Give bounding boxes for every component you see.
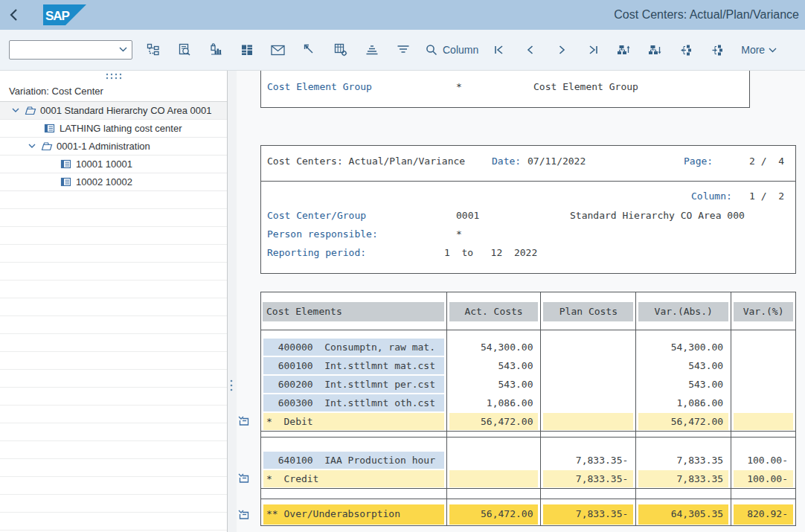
search-icon <box>426 44 437 56</box>
amount-cell: 64,305.35 <box>638 504 728 525</box>
field-label: Cost Element Group <box>267 81 372 92</box>
lock-chart-button[interactable] <box>205 39 226 61</box>
hierarchy-up-button[interactable] <box>613 39 635 61</box>
cost-element-row[interactable]: 600200 Int.sttlmnt per.cst543.00543.00 <box>261 375 795 394</box>
amount-cell: 7,833.35 <box>638 470 728 487</box>
field-value: * <box>456 81 462 92</box>
cost-element-row[interactable]: 600300 Int.sttlmnt oth.cst1,086.001,086.… <box>261 394 795 412</box>
more-button[interactable]: More <box>741 44 777 56</box>
amount-cell <box>734 394 793 411</box>
mail-button[interactable] <box>267 39 289 61</box>
display-list-search-button[interactable] <box>173 39 195 61</box>
total-row[interactable]: * Debit56,472.0056,472.00 <box>261 412 795 431</box>
filter-button[interactable] <box>392 39 414 61</box>
sort-ascending-icon <box>365 45 379 55</box>
column-header[interactable]: Var.(Abs.) <box>638 302 728 321</box>
column-header[interactable]: Cost Elements <box>263 302 444 321</box>
amount-cell <box>543 376 633 393</box>
amount-cell: 56,472.00 <box>638 413 728 430</box>
next-column-button[interactable] <box>707 39 728 61</box>
previous-page-button[interactable] <box>519 39 541 61</box>
chevron-down-icon[interactable] <box>10 106 21 116</box>
tree-item-label: 10002 10002 <box>76 176 132 188</box>
cost-element-row[interactable]: 640100 IAA Production hour7,833.35-7,833… <box>261 451 795 469</box>
display-list-search-icon <box>178 43 191 57</box>
cost-element-label: 400000 Consumptn, raw mat. <box>263 339 444 356</box>
amount-cell: 543.00 <box>449 357 539 374</box>
sort-ascending-button[interactable] <box>361 39 382 61</box>
empty-tree-row <box>0 495 227 513</box>
empty-tree-row <box>0 263 227 281</box>
last-page-button[interactable] <box>582 39 603 61</box>
hierarchy-node-icon <box>40 141 53 152</box>
panel-splitter[interactable] <box>228 71 237 532</box>
cost-element-row[interactable]: 600100 Int.sttlmnt mat.cst543.00543.00 <box>261 356 795 375</box>
tree-item-label: LATHING lathing cost center <box>60 123 182 134</box>
empty-tree-row <box>0 281 227 298</box>
hierarchy-button[interactable] <box>142 39 164 61</box>
amount-cell <box>734 413 793 430</box>
cost-element-label: 600200 Int.sttlmnt per.cst <box>263 376 444 393</box>
info-description: Standard Hierarchy CO Area 000 <box>570 210 745 221</box>
layout-grid-button[interactable] <box>236 39 257 61</box>
empty-tree-row <box>0 477 227 495</box>
tree-item-label: 0001 Standard Hierarchy CO Area 0001 <box>40 105 212 116</box>
back-button[interactable] <box>0 0 27 30</box>
amount-cell: 1,086.00 <box>449 394 539 411</box>
amount-cell: 543.00 <box>638 376 728 393</box>
cost-element-label: ** Over/Underabsorption <box>263 504 444 525</box>
empty-tree-row <box>0 388 227 406</box>
tree-item-10002[interactable]: 10002 10002 <box>0 173 227 191</box>
info-value: 1 to 12 2022 <box>444 247 537 258</box>
chevron-down-icon[interactable] <box>27 141 37 152</box>
table-settings-icon <box>334 43 347 57</box>
amount-cell: 820.92- <box>734 504 793 525</box>
hierarchy-down-button[interactable] <box>644 39 666 61</box>
goto-corner-button[interactable] <box>298 39 320 61</box>
amount-cell: 7,833.35- <box>543 470 633 487</box>
command-input[interactable] <box>13 42 115 58</box>
column-header[interactable]: Var.(%) <box>734 302 793 321</box>
amount-cell <box>543 339 633 356</box>
total-row[interactable]: * Credit7,833.35-7,833.35100.00- <box>261 469 795 488</box>
column-header[interactable]: Act. Costs <box>449 302 539 321</box>
command-combobox[interactable] <box>9 40 132 60</box>
collapse-node-icon[interactable] <box>237 414 251 428</box>
previous-page-icon <box>525 45 536 55</box>
amount-cell: 100.00- <box>734 452 793 469</box>
titlebar: SAP Cost Centers: Actual/Plan/Variance <box>0 0 805 30</box>
page-value: 2 / 4 <box>749 156 784 167</box>
svg-text:SAP: SAP <box>45 9 70 23</box>
previous-column-button[interactable] <box>676 39 697 61</box>
collapse-node-icon[interactable] <box>237 472 251 485</box>
empty-tree-row <box>0 459 227 477</box>
table-settings-button[interactable] <box>330 39 351 61</box>
empty-tree-row <box>0 245 227 263</box>
amount-cell <box>734 376 793 393</box>
cost-center-icon <box>60 158 72 170</box>
tree-item-0001[interactable]: 0001 Standard Hierarchy CO Area 0001 <box>0 102 227 120</box>
next-page-button[interactable] <box>551 39 572 61</box>
cost-element-label: 600100 Int.sttlmnt mat.cst <box>263 357 444 374</box>
tree-item-lathing[interactable]: LATHING lathing cost center <box>0 120 227 138</box>
previous-column-icon <box>680 44 693 56</box>
cost-element-row[interactable]: 400000 Consumptn, raw mat.54,300.0054,30… <box>261 338 795 356</box>
header-divider <box>261 181 795 182</box>
collapse-node-icon[interactable] <box>237 508 251 522</box>
column-header[interactable]: Plan Costs <box>543 302 633 321</box>
column-search-button[interactable]: Column <box>426 44 478 56</box>
sidebar-drag-handle[interactable] <box>0 71 227 81</box>
hierarchy-node-icon <box>24 105 36 116</box>
cost-element-label: 640100 IAA Production hour <box>263 452 444 469</box>
amount-cell: 56,472.00 <box>449 504 539 525</box>
first-page-button[interactable] <box>488 39 510 61</box>
cost-center-icon <box>60 176 72 188</box>
last-page-icon <box>588 45 598 55</box>
empty-tree-row <box>0 334 227 352</box>
toolbar-icon-group-hierarchy <box>603 39 728 61</box>
tree-item-0001-1[interactable]: 0001-1 Administration <box>0 138 227 156</box>
total-row[interactable]: ** Over/Underabsorption56,472.007,833.35… <box>261 504 795 525</box>
toolbar-icon-group-left <box>132 39 414 61</box>
tree-item-10001[interactable]: 10001 10001 <box>0 156 227 173</box>
date-value: 07/11/2022 <box>527 156 586 167</box>
